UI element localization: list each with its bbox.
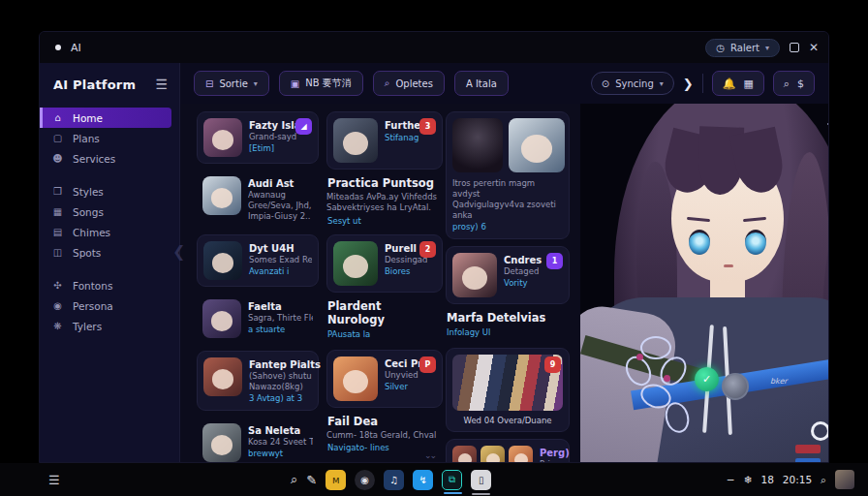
sidebar-item-chimes[interactable]: ▤ Chimes — [40, 222, 179, 242]
card-title: Dyt U4H — [249, 242, 312, 255]
active-app-indicator — [444, 492, 462, 494]
sidebar-item-label: Tylers — [73, 321, 102, 332]
dollar-label: $ — [797, 78, 804, 90]
divider — [702, 74, 703, 93]
aitala-label: A Itala — [466, 78, 497, 89]
updates-button[interactable]: ⌕ Opletes — [373, 71, 445, 96]
search-money-buttons[interactable]: ⌕ $ — [773, 71, 815, 96]
chevron-down-icon: ▾ — [765, 44, 769, 52]
taskbar-app-blue[interactable]: ↯ — [413, 470, 433, 490]
sidebar-item-persona[interactable]: ◉ Persona — [40, 295, 179, 316]
sidebar-item-tylers[interactable]: ❋ Tylers — [40, 316, 179, 336]
taskbar-app-white[interactable]: ▯ — [471, 470, 491, 490]
taskbar-search-icon[interactable]: ⌕ — [291, 472, 297, 487]
desktop: AI ◷ Ralert ▾ ✕ AI Platform ☰ ⌂ Home — [0, 0, 868, 496]
taskbar-app-navy[interactable]: ♫ — [384, 470, 404, 490]
card-link[interactable]: Stifanag — [385, 132, 425, 143]
avatar — [202, 176, 241, 215]
count-badge: 9 — [544, 356, 561, 373]
character-card[interactable]: Sa Neleta Kosa 24 Sveet Telshed. brewwyt — [197, 418, 319, 463]
taskbar-app-teal[interactable]: ⧉ — [442, 470, 462, 490]
count-badge: 2 — [419, 241, 436, 258]
avatar — [202, 299, 241, 338]
songs-icon: ▦ — [51, 206, 64, 217]
group-card[interactable]: Perg) Primmast Grour Ponton adoptal Tata… — [446, 439, 570, 463]
character-card[interactable]: Audi Ast Awanaug Gree/Seva, Jhd, Prom Im… — [197, 170, 319, 228]
sidebar-menu-icon[interactable]: ☰ — [155, 77, 168, 92]
card-subtitle: Detaged — [504, 266, 542, 277]
card-link[interactable]: brewwyt — [248, 448, 313, 459]
sidebar-item-label: Persona — [73, 300, 113, 312]
section-heading: Plardent Nurology — [327, 299, 442, 326]
filter-button[interactable]: ▣ NB 要节消 — [279, 71, 363, 96]
card-link[interactable]: [Etim] — [249, 142, 300, 154]
prev-page-chevron[interactable]: ❮ — [172, 242, 185, 261]
notify-media-buttons[interactable]: 🔔 ▦ — [712, 71, 764, 96]
sidebar-item-fontons[interactable]: ✣ Fontons — [40, 275, 179, 295]
card-column-2: 3 Further Stifanag Practica Puntsog Mite… — [326, 111, 443, 463]
character-card[interactable]: P Ceci Pro Unyvied Silver — [326, 350, 443, 408]
window-title: AI — [71, 42, 81, 54]
character-card[interactable]: 1 Cndres Detaged Vority — [446, 246, 570, 304]
scroll-down-chevrons[interactable]: ⌄⌄ — [424, 450, 435, 460]
avatar — [509, 446, 533, 463]
weather-icon: ❄ — [744, 474, 753, 485]
card-link[interactable]: Vority — [504, 277, 542, 289]
avatar-row — [452, 446, 533, 463]
card-subtitle: Awanaug — [248, 190, 313, 201]
status-dropdown[interactable]: ◷ Ralert ▾ — [705, 39, 780, 57]
media-card[interactable]: Itros perertin magm avdyst Qadvigulagyv4… — [446, 111, 570, 239]
sidebar-item-styles[interactable]: ❐ Styles — [40, 181, 179, 202]
gallery-icon: ▦ — [743, 78, 753, 90]
taskbar-app-yellow[interactable]: ᴍ — [326, 470, 346, 490]
sidebar-item-label: Plans — [73, 133, 100, 144]
minimize-tray-icon[interactable]: − — [727, 474, 735, 485]
character-card[interactable]: ◢ Fazty Isla Grand-sayd [Etim] — [197, 111, 319, 164]
card-link[interactable]: Biores — [385, 265, 427, 277]
user-avatar[interactable] — [835, 470, 854, 489]
sidebar-item-spots[interactable]: ◫ Spots — [40, 242, 179, 263]
pen-icon[interactable]: ✎ — [306, 473, 317, 487]
taskbar-app-round[interactable]: ◉ — [355, 470, 375, 490]
character-card[interactable]: 2 Purell Dessingad Biores — [326, 234, 443, 293]
character-card[interactable]: Dyt U4H Somes Exad Red Red Rost Avanzati… — [197, 234, 319, 287]
card-text: Gree/Seva, Jhd, Prom — [248, 201, 313, 211]
sidebar-item-home[interactable]: ⌂ Home — [40, 108, 171, 128]
card-link[interactable]: 3 Avtag) at 3 — [249, 392, 312, 404]
avatar — [203, 118, 242, 157]
forward-chevron[interactable]: ❯ — [683, 77, 694, 91]
card-link[interactable]: Avanzati i — [249, 265, 312, 277]
card-title: Faelta — [248, 300, 313, 313]
section-link[interactable]: PAusata la — [327, 328, 442, 340]
character-card[interactable]: 3 Further Stifanag — [326, 111, 443, 170]
filter-icon: ▣ — [291, 78, 299, 89]
card-link[interactable]: a stuarte — [248, 324, 313, 335]
sidebar-item-songs[interactable]: ▦ Songs — [40, 202, 179, 222]
sort-button[interactable]: ⊟ Sortie ▾ — [194, 71, 269, 96]
avatar — [480, 446, 505, 463]
card-link[interactable]: prosy) 6 — [452, 221, 563, 232]
character-card[interactable]: Faelta Sagra, Thirte FleetSous a stuarte — [197, 294, 319, 344]
taskbar-menu-icon[interactable]: ☰ — [48, 473, 60, 487]
sidebar-item-label: Fontons — [73, 280, 112, 292]
count-badge: P — [419, 356, 436, 373]
character-card[interactable]: Fantep Pialts (Sahove) shutu(Tar g) Nawa… — [197, 351, 319, 411]
count-badge: 1 — [546, 253, 563, 269]
sidebar-item-services[interactable]: ☻ Services — [40, 148, 179, 169]
section-link[interactable]: Sesyt ut — [327, 215, 442, 227]
avatar — [452, 253, 497, 297]
tylers-icon: ❋ — [51, 321, 64, 331]
close-button[interactable]: ✕ — [809, 41, 819, 54]
tray-search-icon[interactable]: ⌕ — [821, 474, 826, 486]
group-photo-card[interactable]: 9 Wed 04 Overa/Duane — [446, 348, 570, 432]
aitala-button[interactable]: A Itala — [454, 71, 509, 96]
sidebar-item-plans[interactable]: ▢ Plans — [40, 128, 179, 148]
section-link[interactable]: Infolagy Ul — [447, 326, 569, 338]
card-subtitle: Somes Exad Red Red Rost — [249, 255, 312, 265]
avatar — [452, 446, 477, 463]
card-link[interactable]: Silver — [385, 381, 429, 392]
maximize-button[interactable] — [790, 43, 799, 52]
syncing-dropdown[interactable]: ⊙ Syncing ▾ — [591, 72, 674, 95]
count-badge: 3 — [419, 118, 436, 135]
card-text: Qadvigulagyv4va zsoveti anka — [452, 200, 563, 221]
